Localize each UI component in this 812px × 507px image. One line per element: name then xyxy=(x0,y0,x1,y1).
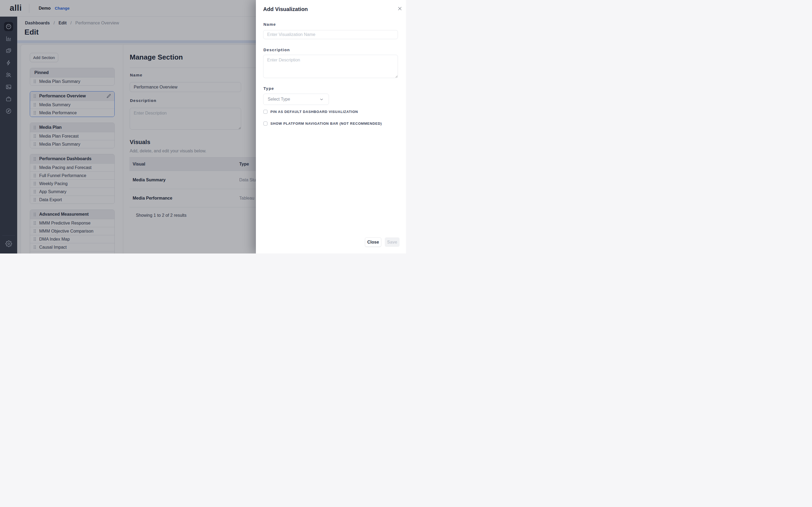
save-button[interactable]: Save xyxy=(385,237,400,247)
visualization-description-textarea[interactable] xyxy=(263,55,398,78)
type-label: Type xyxy=(263,86,274,91)
close-x-glyph xyxy=(397,6,403,11)
checkbox-row[interactable]: SHOW PLATFORM NAVIGATION BAR (NOT RECOMM… xyxy=(263,120,399,127)
drawer-title: Add Visualization xyxy=(263,6,308,12)
visualization-name-input[interactable] xyxy=(263,30,398,39)
close-icon[interactable] xyxy=(397,6,403,11)
type-select[interactable]: Select Type xyxy=(263,94,329,105)
checkbox-label: PIN AS DEFAULT DASHBOARD VISUALIZATION xyxy=(270,110,358,114)
drawer-footer: Close Save xyxy=(365,237,400,247)
checkbox-row[interactable]: PIN AS DEFAULT DASHBOARD VISUALIZATION xyxy=(263,108,399,115)
visualization-name-label: Name xyxy=(263,22,276,26)
add-visualization-drawer: Add Visualization Name Description Type … xyxy=(256,0,406,253)
type-select-value: Select Type xyxy=(268,97,290,102)
chevron-down-icon xyxy=(319,97,324,102)
checkbox-label: SHOW PLATFORM NAVIGATION BAR (NOT RECOMM… xyxy=(270,121,382,125)
checkbox[interactable] xyxy=(263,121,267,125)
checkbox[interactable] xyxy=(263,110,267,114)
visualization-description-label: Description xyxy=(263,48,290,52)
close-button[interactable]: Close xyxy=(365,237,381,247)
